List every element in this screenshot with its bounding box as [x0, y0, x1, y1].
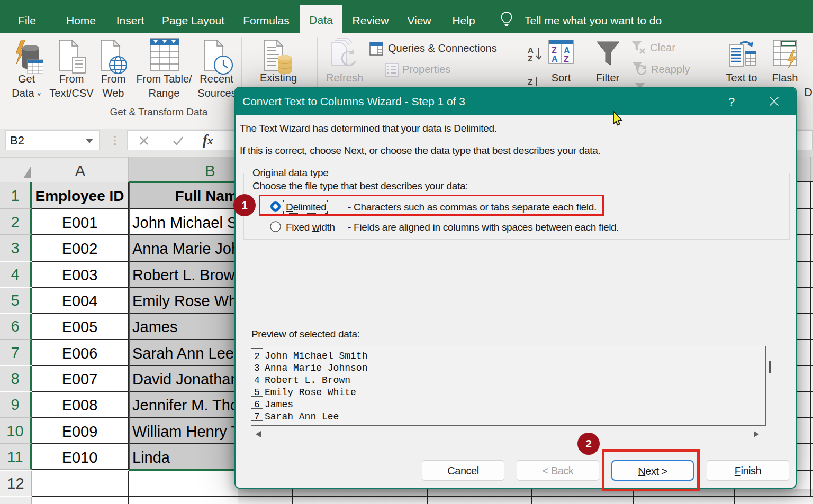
svg-text:Z: Z: [528, 77, 532, 86]
svg-text:Z: Z: [564, 54, 569, 63]
svg-text:A: A: [564, 46, 570, 55]
svg-text:Z: Z: [528, 54, 532, 63]
svg-text:A: A: [528, 45, 534, 54]
svg-text:Z: Z: [552, 46, 557, 55]
svg-text:A: A: [552, 54, 558, 63]
